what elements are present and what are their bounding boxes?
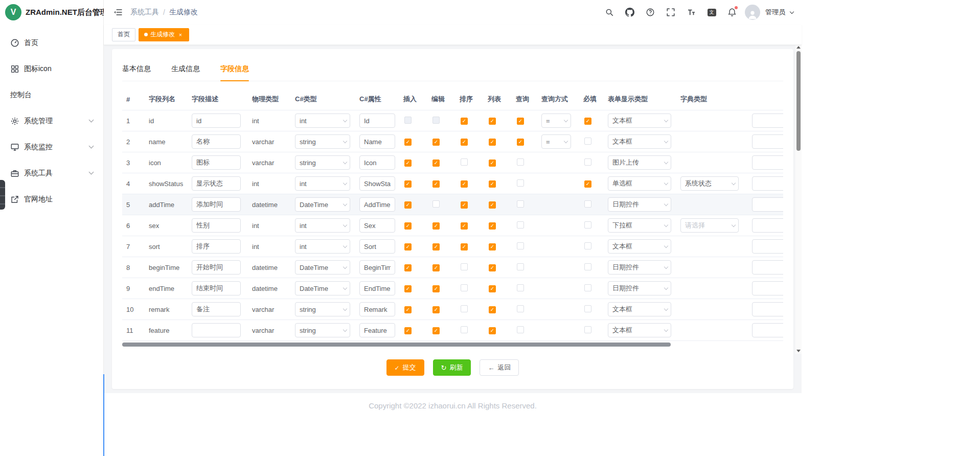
horizontal-scrollbar-thumb[interactable] [122,343,671,347]
insert-checkbox[interactable]: ✓ [404,306,412,313]
tag-active[interactable]: 生成修改 [139,28,189,41]
sidebar-item-system-tools[interactable]: 系统工具 [0,160,103,186]
list-checkbox[interactable]: ✓ [489,139,496,146]
sort-checkbox[interactable] [461,263,468,270]
field-desc-input[interactable] [192,302,241,316]
display-type-select[interactable]: 日期控件 [608,260,671,275]
csharp-type-select[interactable]: DateTime [295,281,350,295]
display-type-select[interactable]: 文本框 [608,323,671,337]
chevron-down-icon[interactable] [790,9,794,13]
display-type-select[interactable]: 文本框 [608,239,671,254]
sort-checkbox[interactable]: ✓ [461,118,468,125]
app-logo[interactable]: V ZRAdmin.NET后台管理 [0,0,103,25]
sort-checkbox[interactable]: ✓ [461,139,468,146]
field-desc-input[interactable] [192,197,241,212]
tab-field-info[interactable]: 字段信息 [220,59,249,81]
insert-checkbox[interactable]: ✓ [404,180,412,188]
csharp-property-input[interactable] [359,281,395,295]
language-icon[interactable]: 文 [704,5,719,20]
field-desc-input[interactable] [192,239,241,254]
query-checkbox[interactable] [517,263,524,270]
insert-checkbox[interactable]: ✓ [404,327,412,334]
submit-button[interactable]: 提交 [386,359,424,376]
edit-checkbox[interactable]: ✓ [432,264,440,271]
sort-checkbox[interactable]: ✓ [461,180,468,188]
csharp-property-input[interactable] [359,239,395,254]
csharp-type-select[interactable]: string [295,302,350,316]
edit-checkbox[interactable] [432,200,440,208]
sidebar-item-console[interactable]: 控制台 [0,82,103,108]
query-checkbox[interactable] [517,179,524,187]
field-desc-input[interactable] [192,281,241,295]
list-checkbox[interactable]: ✓ [489,243,496,250]
close-icon[interactable] [177,32,184,38]
sort-checkbox[interactable]: ✓ [461,201,468,209]
insert-checkbox[interactable]: ✓ [404,222,412,230]
required-checkbox[interactable] [584,305,591,312]
list-checkbox[interactable]: ✓ [489,285,496,292]
extra-input[interactable] [752,176,783,191]
refresh-button[interactable]: 刷新 [433,359,471,376]
list-checkbox[interactable]: ✓ [489,201,496,209]
csharp-type-select[interactable]: int [295,113,350,128]
field-desc-input[interactable] [192,218,241,233]
csharp-type-select[interactable]: DateTime [295,260,350,275]
display-type-select[interactable]: 文本框 [608,302,671,316]
insert-checkbox[interactable]: ✓ [404,264,412,271]
extra-input[interactable] [752,197,783,212]
display-type-select[interactable]: 文本框 [608,113,671,128]
query-checkbox[interactable]: ✓ [517,139,524,146]
tab-generate-info[interactable]: 生成信息 [171,59,200,81]
display-type-select[interactable]: 日期控件 [608,197,671,212]
list-checkbox[interactable]: ✓ [489,118,496,125]
display-type-select[interactable]: 图片上传 [608,155,671,170]
sidebar-item-icons[interactable]: 图标icon [0,56,103,82]
field-desc-input[interactable] [192,134,241,149]
insert-checkbox[interactable] [404,117,412,124]
required-checkbox[interactable] [584,158,591,166]
display-type-select[interactable]: 下拉框 [608,218,671,233]
query-checkbox[interactable] [517,242,524,249]
extra-input[interactable] [752,281,783,295]
required-checkbox[interactable] [584,326,591,333]
edit-checkbox[interactable]: ✓ [432,180,440,188]
csharp-property-input[interactable] [359,155,395,170]
tag-home[interactable]: 首页 [112,28,135,41]
field-desc-input[interactable] [192,113,241,128]
csharp-property-input[interactable] [359,113,395,128]
query-checkbox[interactable] [517,284,524,291]
scroll-down-arrow[interactable] [795,348,802,354]
display-type-select[interactable]: 文本框 [608,134,671,149]
sort-checkbox[interactable] [461,284,468,291]
font-size-icon[interactable] [683,5,699,20]
extra-input[interactable] [752,323,783,337]
csharp-property-input[interactable] [359,323,395,337]
list-checkbox[interactable]: ✓ [489,159,496,167]
csharp-property-input[interactable] [359,218,395,233]
github-icon[interactable] [622,5,637,20]
query-checkbox[interactable] [517,221,524,229]
sidebar-item-home[interactable]: 首页 [0,30,103,56]
list-checkbox[interactable]: ✓ [489,180,496,188]
csharp-type-select[interactable]: string [295,134,350,149]
list-checkbox[interactable]: ✓ [489,327,496,334]
field-desc-input[interactable] [192,323,241,337]
list-checkbox[interactable]: ✓ [489,306,496,313]
csharp-type-select[interactable]: DateTime [295,197,350,212]
list-checkbox[interactable]: ✓ [489,264,496,271]
query-checkbox[interactable] [517,326,524,333]
sort-checkbox[interactable]: ✓ [461,243,468,250]
query-checkbox[interactable] [517,305,524,312]
display-type-select[interactable]: 日期控件 [608,281,671,295]
sort-checkbox[interactable] [461,326,468,333]
display-type-select[interactable]: 单选框 [608,176,671,191]
back-button[interactable]: 返回 [480,359,519,376]
csharp-type-select[interactable]: int [295,176,350,191]
edit-checkbox[interactable]: ✓ [432,285,440,292]
extra-input[interactable] [752,218,783,233]
sort-checkbox[interactable]: ✓ [461,222,468,230]
insert-checkbox[interactable]: ✓ [404,285,412,292]
csharp-property-input[interactable] [359,302,395,316]
dict-type-select[interactable]: 请选择 [680,218,739,233]
settings-drawer-handle[interactable] [0,180,5,210]
